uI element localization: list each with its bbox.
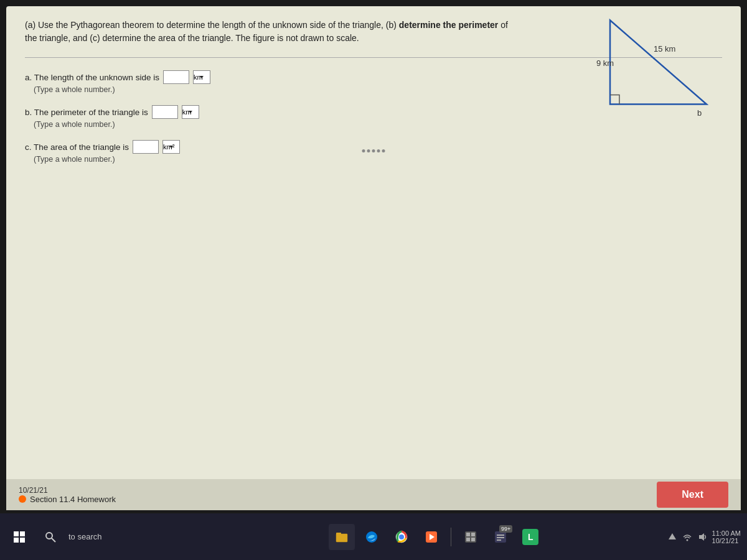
taskbar-chrome[interactable]	[388, 524, 415, 550]
search-icon	[44, 531, 57, 543]
svg-text:b: b	[697, 108, 702, 118]
taskbar-search-button[interactable]	[37, 524, 63, 550]
question-a-text: a. The length of the unknown side is	[25, 73, 159, 82]
svg-rect-21	[471, 538, 475, 541]
taskbar-edge[interactable]	[359, 524, 385, 550]
wifi-icon	[682, 532, 692, 542]
question-c-text: c. The area of the triangle is	[25, 142, 129, 152]
svg-point-14	[399, 534, 404, 539]
svg-rect-25	[497, 539, 501, 541]
main-screen: (a) Use the Pythagorean theorem to deter…	[6, 6, 741, 510]
dot-indicator	[19, 495, 26, 503]
bottom-bar: 10/21/21 Section 11.4 Homework Next	[6, 479, 741, 510]
section-label: Section 11.4 Homework	[19, 495, 116, 504]
system-clock: 11:00 AM10/21/21	[712, 530, 741, 544]
triangle-svg: 9 km 15 km b	[591, 16, 716, 121]
question-c-hint: (Type a whole number.)	[34, 155, 722, 164]
taskbar-app1[interactable]	[458, 524, 484, 550]
svg-marker-0	[610, 21, 707, 105]
svg-text:9 km: 9 km	[596, 58, 614, 68]
taskbar-system-tray: 11:00 AM10/21/21	[667, 530, 741, 544]
problem-text-part1: (a) Use the Pythagorean theorem to deter…	[25, 20, 399, 30]
taskbar-search-label: to search	[68, 532, 205, 541]
taskbar: to search	[0, 513, 747, 560]
windows-icon	[13, 531, 26, 543]
question-b-text: b. The perimeter of the triangle is	[25, 108, 148, 117]
section-text: Section 11.4 Homework	[30, 495, 116, 504]
taskbar-notifications[interactable]: 99+	[487, 524, 514, 550]
notification-count: 99+	[499, 525, 512, 533]
svg-marker-28	[699, 533, 704, 541]
taskbar-windows-button[interactable]	[6, 524, 32, 550]
svg-rect-24	[497, 537, 504, 538]
file-explorer-icon	[335, 530, 349, 544]
question-a-input[interactable]	[163, 70, 189, 84]
search-placeholder: to search	[68, 532, 101, 541]
green-app-label: L	[522, 529, 538, 545]
chrome-icon	[395, 530, 408, 544]
svg-rect-20	[466, 538, 470, 541]
app1-icon	[464, 530, 477, 544]
volume-icon[interactable]	[697, 532, 707, 542]
date-display: 10/21/21	[19, 486, 116, 495]
svg-rect-4	[14, 531, 19, 536]
problem-statement: (a) Use the Pythagorean theorem to deter…	[25, 19, 510, 45]
taskbar-divider	[451, 528, 451, 546]
svg-point-8	[46, 533, 52, 539]
taskbar-center-icons: 99+ L	[210, 524, 662, 550]
question-c-input[interactable]	[133, 140, 159, 154]
svg-rect-5	[20, 531, 25, 536]
taskbar-file-explorer[interactable]	[329, 524, 355, 550]
svg-rect-23	[497, 534, 504, 536]
triangle-diagram: 9 km 15 km b	[591, 16, 716, 121]
taskbar-green-app[interactable]: L	[517, 524, 543, 550]
edge-icon	[365, 530, 378, 544]
dots-decoration	[362, 149, 385, 152]
question-b-input[interactable]	[152, 105, 178, 119]
media-icon	[425, 530, 438, 544]
question-a-unit-select[interactable]: km	[193, 70, 210, 84]
svg-point-27	[686, 539, 688, 541]
question-b-hint: (Type a whole number.)	[34, 120, 722, 129]
svg-marker-26	[669, 533, 676, 539]
next-button[interactable]: Next	[657, 482, 728, 508]
svg-rect-19	[471, 533, 475, 536]
svg-line-9	[52, 538, 55, 542]
bottom-info: 10/21/21 Section 11.4 Homework	[19, 486, 116, 504]
svg-rect-7	[20, 538, 25, 543]
problem-text-bold: determine the perimeter	[399, 20, 499, 30]
svg-rect-11	[336, 533, 341, 535]
taskbar-media-player[interactable]	[418, 524, 444, 550]
question-c-unit-select[interactable]: km²	[162, 140, 180, 154]
content-area: (a) Use the Pythagorean theorem to deter…	[6, 6, 741, 510]
svg-text:15 km: 15 km	[654, 44, 675, 54]
svg-rect-18	[466, 533, 470, 536]
question-b-unit-select[interactable]: km	[182, 105, 199, 119]
up-arrow-icon[interactable]	[667, 532, 677, 542]
svg-rect-6	[14, 538, 19, 543]
